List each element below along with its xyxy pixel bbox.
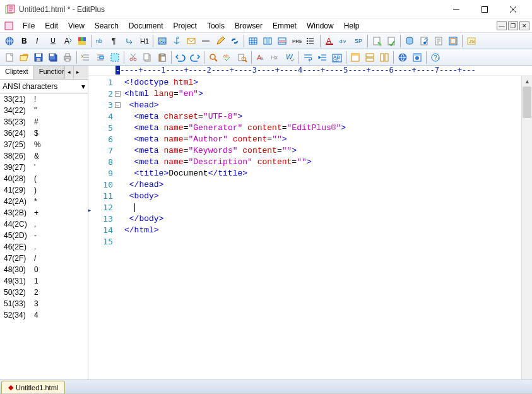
code-line[interactable]: <meta name="Generator" content="EditPlus… [124, 122, 532, 134]
para-button[interactable]: ¶ [108, 34, 122, 48]
undo-button[interactable] [174, 51, 187, 64]
cliptext-item[interactable]: 52(34)4 [0, 309, 88, 321]
document-tab[interactable]: ◆ Untitled1.html [1, 381, 65, 393]
cliptext-item[interactable]: 39(27)' [0, 162, 88, 173]
bold-button[interactable]: B [17, 34, 31, 48]
menu-edit[interactable]: Edit [40, 20, 63, 32]
menu-window[interactable]: Window [302, 20, 339, 32]
cliptext-item[interactable]: 50(32)2 [0, 287, 88, 298]
frame-button[interactable] [446, 34, 460, 48]
menu-document[interactable]: Document [124, 20, 168, 32]
fold-toggle[interactable]: − [115, 102, 121, 108]
indent-button[interactable] [316, 51, 329, 64]
cliptext-item[interactable]: 42(2A)* [0, 196, 88, 207]
minimize-button[interactable] [442, 1, 470, 18]
edit-button[interactable] [213, 34, 227, 48]
underline-button[interactable]: U [46, 34, 60, 48]
cliptext-item[interactable]: 41(29)) [0, 184, 88, 196]
wrap-button[interactable] [301, 51, 315, 64]
chain-button[interactable] [228, 34, 242, 48]
cliptext-item[interactable]: 34(22)" [0, 105, 88, 116]
menu-project[interactable]: Project [168, 20, 202, 32]
code-line[interactable] [124, 202, 532, 213]
css-button[interactable]: A [322, 34, 336, 48]
db-button[interactable] [403, 34, 417, 48]
replace-button[interactable]: ab [221, 51, 235, 64]
web-button[interactable] [410, 51, 424, 64]
scroll-up-button[interactable]: ▲ [522, 76, 532, 87]
find-files-button[interactable] [235, 51, 249, 64]
div-button[interactable]: div [337, 34, 351, 48]
font-button[interactable]: A [61, 34, 74, 48]
print-button[interactable] [61, 51, 74, 64]
code-line[interactable]: </html> [124, 225, 532, 236]
create-button[interactable] [370, 34, 384, 48]
fold-button[interactable] [79, 51, 93, 64]
italic-button[interactable]: I [32, 34, 45, 48]
code-line[interactable]: <meta name="Author" content=""> [124, 134, 532, 145]
mark-button[interactable]: ABCD [330, 51, 344, 64]
cliptext-item[interactable]: 33(21)! [0, 93, 88, 105]
code-line[interactable]: <title>Document</title> [124, 168, 532, 179]
win3-button[interactable] [377, 51, 391, 64]
child-minimize-button[interactable]: — [497, 21, 507, 30]
cliptext-item[interactable]: 40(28)( [0, 173, 88, 184]
menu-tools[interactable]: Tools [202, 20, 230, 32]
code-line[interactable]: <!doctype html> [124, 77, 532, 88]
fold-toggle[interactable]: − [115, 91, 121, 97]
cliptext-item[interactable]: 35(23)# [0, 116, 88, 128]
pre-button[interactable]: PRE [290, 34, 304, 48]
nbsp-button[interactable]: nb [93, 34, 107, 48]
cliptext-item[interactable]: 51(33)3 [0, 298, 88, 309]
menu-help[interactable]: Help [339, 20, 365, 32]
paste-button[interactable] [155, 51, 169, 64]
text-button[interactable] [432, 34, 446, 48]
saveall-button[interactable] [46, 51, 60, 64]
mail-button[interactable] [184, 34, 198, 48]
case-button[interactable]: Hx [268, 51, 282, 64]
list-button[interactable] [304, 34, 318, 48]
cliptext-item[interactable]: 44(2C), [0, 218, 88, 230]
code-editor[interactable]: <!doctype html><html lang="en"> <head> <… [124, 76, 532, 379]
cliptext-category-select[interactable]: ANSI characters ▾ [0, 80, 88, 93]
sel-all-button[interactable] [108, 51, 122, 64]
code-line[interactable]: </body> [124, 213, 532, 225]
spell-button[interactable]: W [283, 51, 297, 64]
cut-button[interactable] [126, 51, 140, 64]
sp-button[interactable]: SP [352, 34, 365, 48]
globe-button[interactable] [3, 34, 16, 48]
cliptext-item[interactable]: 43(2B)+ [0, 207, 88, 218]
code-line[interactable]: </head> [124, 179, 532, 191]
help-button[interactable]: ? [429, 51, 442, 64]
tab-cliptext[interactable]: Cliptext [0, 66, 34, 79]
cliptext-item[interactable]: 48(30)0 [0, 264, 88, 275]
open-button[interactable] [17, 51, 31, 64]
menu-search[interactable]: Search [90, 20, 124, 32]
cliptext-item[interactable]: 37(25)% [0, 139, 88, 150]
search-button[interactable] [206, 51, 220, 64]
win1-button[interactable] [348, 51, 362, 64]
win2-button[interactable] [363, 51, 377, 64]
redo-button[interactable] [188, 51, 202, 64]
cliptext-item[interactable]: 47(2F)/ [0, 253, 88, 264]
cliptext-item[interactable]: 45(2D)- [0, 230, 88, 241]
cliptext-item[interactable]: 49(31)1 [0, 275, 88, 287]
copy-button[interactable] [141, 51, 155, 64]
browser-button[interactable] [396, 51, 410, 64]
fold2-button[interactable] [93, 51, 107, 64]
close-button[interactable] [499, 1, 527, 18]
code-line[interactable]: <meta charset="UTF-8"> [124, 111, 532, 122]
word-button[interactable]: Aa [254, 51, 268, 64]
menu-file[interactable]: File [18, 20, 40, 32]
scroll-thumb[interactable] [523, 87, 531, 118]
code-line[interactable] [124, 236, 532, 248]
tab-functions[interactable]: Functions [34, 66, 64, 79]
code-line[interactable]: <body> [124, 191, 532, 202]
menu-view[interactable]: View [63, 20, 90, 32]
child-close-button[interactable]: ✕ [519, 21, 529, 30]
code-line[interactable]: <html lang="en"> [124, 88, 532, 100]
note-button[interactable] [417, 34, 431, 48]
menu-browser[interactable]: Browser [230, 20, 268, 32]
anchor-button[interactable] [170, 34, 184, 48]
image-button[interactable] [155, 34, 169, 48]
